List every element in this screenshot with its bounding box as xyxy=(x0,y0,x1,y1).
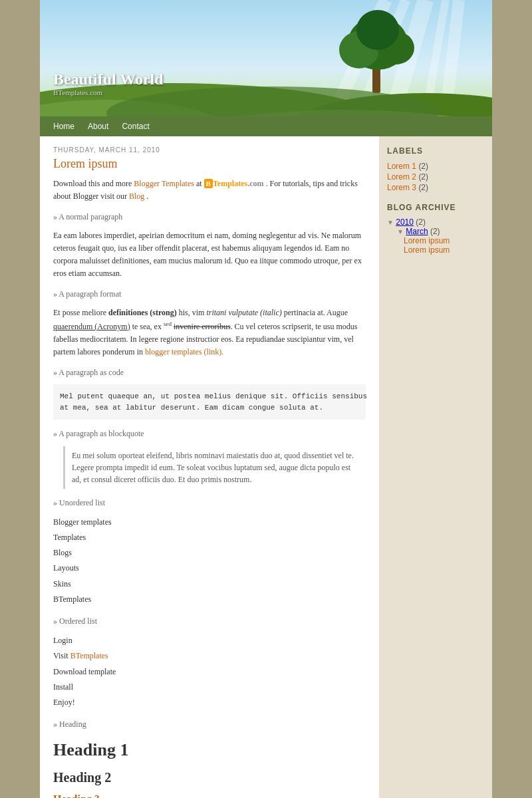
normal-para-text: Ea eam labores imperdiet, apeirian democ… xyxy=(53,229,366,281)
label-item: Lorem 1 (2) xyxy=(387,161,484,172)
list-item: Enjoy! xyxy=(53,695,366,710)
archive-month-link[interactable]: March xyxy=(406,227,428,236)
labels-section: LABELS Lorem 1 (2) Lorem 2 (2) Lorem 3 (… xyxy=(387,146,484,193)
expand-icon: ▼ xyxy=(387,219,394,226)
section-normal-para: » A normal paragraph xyxy=(53,211,366,223)
content-wrapper: Thursday, March 11, 2010 Lorem ipsum Dow… xyxy=(40,136,492,798)
header-text: Beautiful World BTemplates.com xyxy=(53,70,164,96)
list-item: Skins xyxy=(53,577,366,592)
ordered-list: Login Visit BTemplates Download template… xyxy=(53,633,366,710)
blogger-link[interactable]: blogger templates (link). xyxy=(145,347,223,356)
list-item: Visit BTemplates xyxy=(53,648,366,664)
archive-post-link-1[interactable]: Lorem ipsum xyxy=(404,236,450,245)
list-item: Login xyxy=(53,633,366,648)
archive-title: BLOG ARCHIVE xyxy=(387,203,484,212)
blogger-templates-link[interactable]: Blogger Templates xyxy=(134,179,194,188)
sidebar: LABELS Lorem 1 (2) Lorem 2 (2) Lorem 3 (… xyxy=(379,136,492,798)
intro-paragraph: Download this and more Blogger Templates… xyxy=(53,178,366,203)
blockquote-block: Eu mei solum oporteat eleifend, libris n… xyxy=(63,446,366,489)
code-block: Mel putent quaeque an, ut postea melius … xyxy=(53,384,366,420)
archive-year: ▼ 2010 (2) xyxy=(387,217,484,227)
section-blockquote: » A paragraph as blockquote xyxy=(53,428,366,440)
section-heading-label: » Heading xyxy=(53,718,366,731)
site-subtitle: BTemplates.com xyxy=(53,88,164,96)
strong-text: definitiones (strong) xyxy=(108,308,177,317)
acronym-text: quaerendum (Acronym) xyxy=(53,322,130,331)
list-item: Download template xyxy=(53,664,366,680)
nav-home[interactable]: Home xyxy=(47,116,81,136)
site-header: Beautiful World BTemplates.com xyxy=(40,0,492,116)
archive-year-link[interactable]: 2010 xyxy=(396,217,414,227)
archive-post: Lorem ipsum xyxy=(387,236,484,245)
btemplates-visit-link[interactable]: BTemplates xyxy=(70,651,108,660)
section-unordered: » Unordered list xyxy=(53,497,366,509)
archive-section: BLOG ARCHIVE ▼ 2010 (2) ▼ March (2) Lore… xyxy=(387,203,484,255)
archive-month: ▼ March (2) xyxy=(387,227,484,236)
post-date: Thursday, March 11, 2010 xyxy=(53,146,366,154)
section-code: » A paragraph as code xyxy=(53,366,366,379)
list-item: BTemplates xyxy=(53,592,366,607)
heading-3: Heading 3 xyxy=(53,791,366,798)
label-link-3[interactable]: Lorem 3 xyxy=(387,183,416,192)
list-item: Templates xyxy=(53,530,366,545)
para-format-paragraph: Et posse meliore definitiones (strong) h… xyxy=(53,307,366,359)
italic-text: tritani vulputate (italic) xyxy=(206,308,281,317)
blog-link[interactable]: Blog xyxy=(129,192,144,201)
unordered-list: Blogger templates Templates Blogs Layout… xyxy=(53,515,366,607)
section-ordered: » Ordered list xyxy=(53,615,366,628)
post-body: Download this and more Blogger Templates… xyxy=(53,178,366,798)
strikethrough-text: invenire erroribus xyxy=(174,322,231,331)
sup-text: sed xyxy=(164,321,172,327)
section-para-format: » A paragraph format xyxy=(53,288,366,301)
archive-post-link-2[interactable]: Lorem ipsum xyxy=(404,245,450,255)
heading-2: Heading 2 xyxy=(53,767,366,788)
site-title: Beautiful World xyxy=(53,70,164,88)
list-item: Blogger templates xyxy=(53,515,366,530)
post-title: Lorem ipsum xyxy=(53,157,366,171)
intro-text: Download this and more xyxy=(53,179,134,188)
main-content: Thursday, March 11, 2010 Lorem ipsum Dow… xyxy=(40,136,379,798)
label-link-2[interactable]: Lorem 2 xyxy=(387,172,416,182)
label-item: Lorem 2 (2) xyxy=(387,172,484,182)
nav-about[interactable]: About xyxy=(81,116,115,136)
label-item: Lorem 3 (2) xyxy=(387,182,484,193)
btemplates-logo-link[interactable]: BTemplates.com xyxy=(204,179,266,188)
svg-point-13 xyxy=(356,10,399,50)
expand-month-icon: ▼ xyxy=(397,228,404,235)
archive-post: Lorem ipsum xyxy=(387,245,484,255)
nav-contact[interactable]: Contact xyxy=(115,116,156,136)
list-item: Install xyxy=(53,680,366,695)
list-item: Blogs xyxy=(53,545,366,561)
navigation: Home About Contact xyxy=(40,116,492,136)
list-item: Layouts xyxy=(53,561,366,576)
heading-1: Heading 1 xyxy=(53,736,366,764)
label-link-1[interactable]: Lorem 1 xyxy=(387,162,416,171)
labels-title: LABELS xyxy=(387,146,484,156)
